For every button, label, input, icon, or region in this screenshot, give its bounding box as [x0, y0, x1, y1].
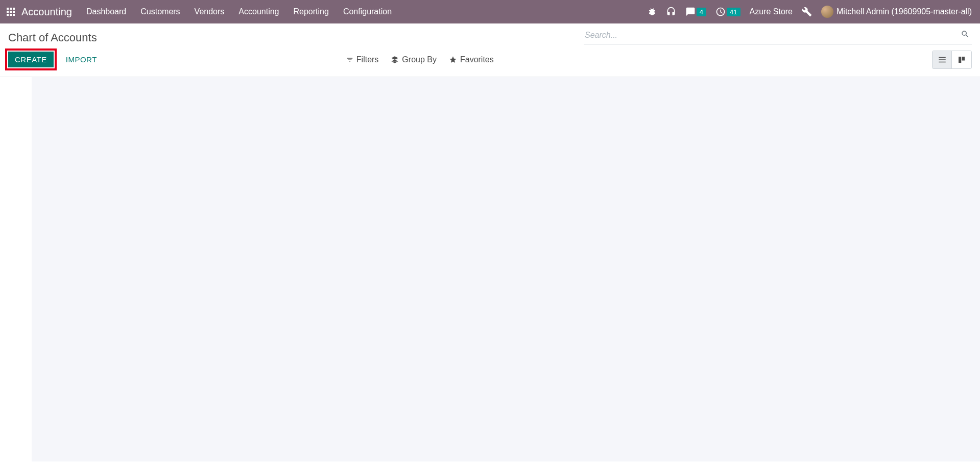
systray: 4 41 Azure Store Mitchell Admin (1960990… [648, 6, 972, 18]
filters-label: Filters [356, 55, 379, 64]
top-navbar: Accounting Dashboard Customers Vendors A… [0, 0, 980, 23]
menu-customers[interactable]: Customers [140, 7, 180, 16]
main-menu: Dashboard Customers Vendors Accounting R… [86, 7, 392, 16]
favorites-button[interactable]: Favorites [449, 55, 494, 64]
content-main [32, 77, 980, 461]
search-icon[interactable] [959, 28, 972, 43]
search-bar [584, 28, 972, 44]
user-menu[interactable]: Mitchell Admin (19609905-master-all) [821, 6, 972, 18]
kanban-icon [957, 55, 966, 64]
kanban-view-button[interactable] [952, 51, 971, 68]
tools-icon[interactable] [802, 7, 812, 17]
group-by-button[interactable]: Group By [391, 55, 437, 64]
activities-icon[interactable]: 41 [715, 7, 740, 17]
view-switcher [932, 51, 972, 69]
filters-button[interactable]: Filters [346, 55, 379, 64]
create-highlight: CREATE [5, 48, 57, 70]
menu-accounting[interactable]: Accounting [238, 7, 279, 16]
search-input[interactable] [584, 29, 959, 42]
bug-icon[interactable] [648, 7, 657, 16]
apps-icon[interactable] [6, 7, 15, 16]
page-title: Chart of Accounts [8, 28, 97, 44]
control-panel: Chart of Accounts CREATE IMPORT Filters [0, 23, 980, 77]
create-button[interactable]: CREATE [8, 52, 54, 67]
star-icon [449, 56, 457, 64]
content-gutter [0, 77, 32, 461]
activities-badge: 41 [727, 8, 740, 16]
menu-vendors[interactable]: Vendors [195, 7, 225, 16]
list-icon [938, 55, 947, 64]
avatar [821, 6, 833, 18]
messages-icon[interactable]: 4 [685, 7, 706, 17]
menu-reporting[interactable]: Reporting [294, 7, 329, 16]
list-view-button[interactable] [933, 51, 952, 68]
menu-configuration[interactable]: Configuration [343, 7, 392, 16]
funnel-icon [346, 56, 353, 63]
app-brand[interactable]: Accounting [21, 6, 72, 18]
search-toolbar: Filters Group By Favorites [346, 55, 494, 64]
user-name-label: Mitchell Admin (19609905-master-all) [836, 7, 972, 16]
favorites-label: Favorites [460, 55, 494, 64]
store-switcher[interactable]: Azure Store [750, 7, 793, 16]
layers-icon [391, 56, 399, 64]
group-by-label: Group By [402, 55, 437, 64]
content-area [0, 77, 980, 461]
messages-badge: 4 [697, 8, 706, 16]
support-icon[interactable] [666, 7, 676, 17]
import-button[interactable]: IMPORT [62, 52, 101, 67]
menu-dashboard[interactable]: Dashboard [86, 7, 126, 16]
